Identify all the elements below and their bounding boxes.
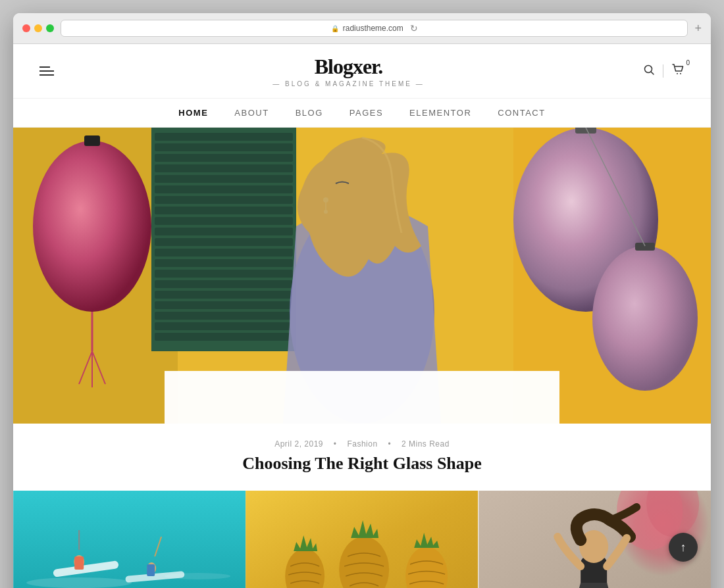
new-tab-button[interactable]: +: [694, 22, 702, 36]
browser-window: 🔒 radiustheme.com ↻ + Blogxer. — BLOG & …: [13, 13, 711, 588]
svg-rect-22: [155, 291, 293, 299]
hamburger-line-2: [39, 70, 54, 72]
svg-rect-16: [155, 228, 293, 235]
svg-point-44: [324, 210, 328, 214]
svg-rect-56: [147, 564, 155, 576]
svg-rect-11: [155, 175, 293, 183]
article-info: April 2, 2019 • Fashion • 2 Mins Read Ch…: [13, 426, 711, 491]
svg-rect-53: [74, 556, 84, 570]
svg-rect-8: [155, 143, 293, 151]
svg-rect-17: [155, 238, 293, 246]
article-category[interactable]: Fashion: [347, 439, 377, 449]
minimize-button[interactable]: [34, 24, 42, 32]
svg-rect-7: [155, 133, 293, 141]
nav-item-pages[interactable]: PAGES: [349, 108, 383, 118]
cart-button[interactable]: 0: [671, 63, 685, 80]
scroll-to-top-button[interactable]: ↑: [669, 533, 698, 562]
traffic-lights: [22, 24, 54, 32]
svg-rect-12: [155, 185, 293, 193]
svg-rect-20: [155, 270, 293, 278]
svg-rect-9: [155, 154, 293, 162]
header-divider: [663, 64, 663, 78]
search-button[interactable]: [643, 64, 655, 79]
svg-rect-15: [155, 217, 293, 225]
maximize-button[interactable]: [46, 24, 54, 32]
nav-item-contact[interactable]: CONTACT: [498, 108, 545, 118]
hero-section: April 2, 2019 • Fashion • 2 Mins Read Ch…: [13, 128, 711, 491]
address-bar[interactable]: 🔒 radiustheme.com ↻: [61, 20, 688, 37]
site-header: Blogxer. — BLOG & MAGAZINE THEME —: [13, 44, 711, 99]
svg-point-42: [323, 197, 328, 203]
svg-rect-24: [155, 312, 293, 320]
svg-rect-10: [155, 164, 293, 172]
svg-rect-25: [155, 322, 293, 330]
grid-item-2[interactable]: [246, 491, 478, 588]
lock-icon: 🔒: [331, 25, 339, 32]
svg-rect-14: [155, 207, 293, 214]
svg-rect-26: [155, 333, 293, 341]
svg-rect-18: [155, 249, 293, 257]
svg-point-28: [33, 141, 151, 312]
logo-tagline: — BLOG & MAGAZINE THEME —: [272, 80, 424, 87]
url-text: radiustheme.com: [343, 24, 403, 33]
hero-image: [13, 128, 711, 424]
nav-item-elementor[interactable]: ELEMENTOR: [409, 108, 471, 118]
cart-count: 0: [686, 59, 690, 66]
svg-line-1: [652, 72, 654, 74]
svg-rect-21: [155, 280, 293, 288]
svg-rect-23: [155, 301, 293, 309]
svg-rect-19: [155, 259, 293, 267]
article-meta: April 2, 2019 • Fashion • 2 Mins Read: [13, 439, 711, 449]
site-content: Blogxer. — BLOG & MAGAZINE THEME —: [13, 44, 711, 588]
svg-rect-29: [84, 135, 100, 146]
svg-point-2: [677, 73, 678, 74]
article-title[interactable]: Choosing The Right Glass Shape: [13, 454, 711, 474]
site-logo: Blogxer. — BLOG & MAGAZINE THEME —: [272, 55, 424, 87]
meta-dot-1: •: [334, 439, 337, 449]
article-read-time: 2 Mins Read: [401, 439, 450, 449]
svg-point-47: [26, 577, 132, 588]
svg-point-36: [592, 246, 698, 391]
hamburger-menu[interactable]: [39, 66, 54, 76]
nav-item-about[interactable]: ABOUT: [234, 108, 269, 118]
refresh-icon[interactable]: ↻: [410, 23, 418, 34]
svg-point-0: [645, 65, 652, 72]
header-actions: 0: [643, 63, 685, 80]
site-navigation: HOME ABOUT BLOG PAGES ELEMENTOR CONTACT: [13, 99, 711, 128]
grid-section: [13, 491, 711, 588]
logo-name[interactable]: Blogxer.: [272, 55, 424, 79]
svg-rect-45: [165, 371, 559, 424]
svg-rect-13: [155, 196, 293, 204]
svg-rect-37: [635, 243, 655, 251]
article-date: April 2, 2019: [274, 439, 323, 449]
meta-dot-2: •: [388, 439, 391, 449]
hamburger-line-1: [39, 66, 50, 68]
grid-item-1[interactable]: [13, 491, 246, 588]
browser-chrome: 🔒 radiustheme.com ↻ +: [13, 13, 711, 44]
close-button[interactable]: [22, 24, 30, 32]
hamburger-line-3: [39, 74, 54, 76]
svg-point-3: [680, 73, 681, 74]
nav-item-blog[interactable]: BLOG: [296, 108, 323, 118]
nav-item-home[interactable]: HOME: [178, 108, 208, 118]
